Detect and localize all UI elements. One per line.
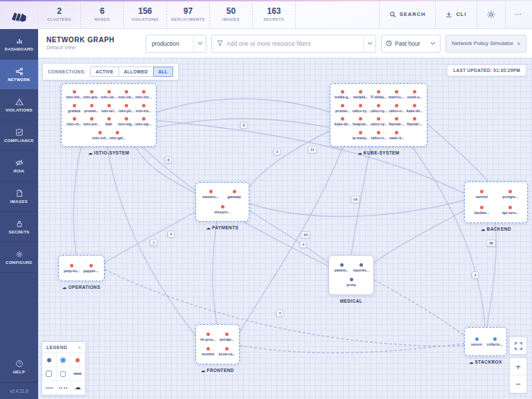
edge-connection-count[interactable]: 4: [300, 241, 307, 248]
deployment-node[interactable]: calico-n...: [370, 131, 388, 140]
deployment-node[interactable]: l7-defau...: [370, 90, 388, 99]
deployment-node[interactable]: istio-tel...: [100, 104, 118, 113]
deployment-node[interactable]: puppet-...: [82, 264, 101, 273]
edge-connection-count[interactable]: 54: [351, 196, 360, 203]
deployment-node[interactable]: istio-sei...: [100, 90, 118, 99]
cluster-select[interactable]: production: [145, 35, 206, 53]
deployment-node[interactable]: nvidia-g...: [334, 90, 352, 99]
edge-connection-count[interactable]: 4: [472, 272, 479, 278]
deployment-node[interactable]: collecto...: [486, 337, 504, 346]
deployment-node[interactable]: istio-init...: [66, 90, 83, 99]
namespace-operations[interactable]: jump-ho...puppet-...: [58, 255, 105, 281]
deployment-node[interactable]: tls-prox...: [199, 332, 218, 342]
zoom-out-button[interactable]: −: [510, 375, 526, 393]
time-range-select[interactable]: Past hour: [381, 35, 441, 53]
deployment-node[interactable]: kube-dn...: [334, 117, 352, 126]
network-graph-canvas[interactable]: CONNECTIONS: ACTIVEALLOWEDALL LAST UPDAT…: [38, 58, 532, 399]
header-stat-deployments[interactable]: 97DEPLOYMENTS: [167, 0, 210, 28]
namespace-medical[interactable]: patient...reportin...proxy: [328, 255, 374, 295]
deployment-node[interactable]: jump-ho...: [62, 264, 82, 273]
deployment-node[interactable]: static-k...: [388, 131, 406, 140]
more-menu-button[interactable]: ···: [505, 0, 532, 28]
namespace-istio-system[interactable]: istio-init...istio-gra...istio-sei...ist…: [61, 83, 157, 147]
deployment-node[interactable]: istio-tra...: [135, 104, 152, 113]
header-stat-nodes[interactable]: 6NODES: [81, 0, 124, 28]
header-stat-violations[interactable]: 156VIOLATIONS: [124, 0, 167, 28]
sidebar-item-images[interactable]: IMAGES: [0, 181, 38, 212]
deployment-node[interactable]: istio-pil...: [118, 104, 135, 113]
deployment-node[interactable]: istio-sid...: [91, 131, 109, 140]
deployment-node[interactable]: backen...: [468, 206, 496, 215]
edge-connection-count[interactable]: 0: [168, 231, 175, 238]
deployment-node[interactable]: api-serv...: [496, 206, 524, 215]
deployment-node[interactable]: calico-ty...: [352, 104, 370, 113]
deployment-node[interactable]: monitor: [199, 347, 218, 356]
namespace-payments[interactable]: masterc...gatewayvisa-pro...: [195, 182, 249, 222]
deployment-node[interactable]: heapste...: [352, 117, 370, 126]
deployment-node[interactable]: fluentd-...: [388, 117, 406, 126]
deployment-node[interactable]: kube-dn...: [406, 104, 424, 113]
sidebar-item-violations[interactable]: VIOLATIONS: [0, 90, 38, 121]
deployment-node[interactable]: fluentd-...: [406, 117, 424, 126]
sidebar-item-dashboard[interactable]: DASHBOARD: [0, 29, 38, 60]
deployment-node[interactable]: metada...: [352, 90, 370, 99]
namespace-backend[interactable]: varnishpostgre...backen...api-serv...: [464, 181, 528, 223]
edge-connection-count[interactable]: 4: [276, 310, 283, 317]
connections-mode-all[interactable]: ALL: [153, 66, 174, 77]
connections-mode-allowed[interactable]: ALLOWED: [118, 66, 154, 77]
namespace-frontend[interactable]: tls-prox...wordpr...monitorasset-ca...: [195, 324, 240, 364]
header-stat-images[interactable]: 50IMAGES: [210, 0, 253, 28]
deployment-node[interactable]: calico-ty...: [370, 117, 388, 126]
resource-filter-input[interactable]: Add one or more resource filters: [211, 35, 376, 53]
deployment-node[interactable]: gateway: [222, 190, 246, 199]
deployment-node[interactable]: proxy: [342, 278, 361, 287]
edge-connection-count[interactable]: 1: [150, 239, 157, 246]
edge-connection-count[interactable]: 11: [308, 146, 317, 153]
header-stat-secrets[interactable]: 163SECRETS: [253, 0, 296, 28]
close-icon[interactable]: ×: [78, 346, 81, 350]
deployment-node[interactable]: promet...: [334, 104, 352, 113]
theme-toggle-button[interactable]: [477, 0, 505, 28]
deployment-node[interactable]: istio-cit...: [66, 117, 83, 126]
deployment-node[interactable]: calico-n...: [388, 104, 406, 113]
network-policy-simulator-button[interactable]: Network Policy Simulator: [445, 35, 526, 53]
sidebar-item-secrets[interactable]: SECRETS: [0, 212, 38, 242]
deployment-node[interactable]: istio-gal...: [109, 131, 126, 140]
sidebar-item-network[interactable]: NETWORK: [0, 60, 38, 90]
deployment-node[interactable]: istio-gra...: [83, 90, 100, 99]
stackrox-logo[interactable]: [0, 0, 38, 28]
sidebar-item-compliance[interactable]: COMPLIANCE: [0, 121, 38, 151]
header-stat-clusters[interactable]: 2CLUSTERS: [38, 0, 81, 28]
deployment-node[interactable]: istio-pol...: [83, 117, 100, 126]
edge-connection-count[interactable]: 8: [165, 157, 172, 163]
deployment-node[interactable]: metrics-...: [388, 90, 406, 99]
deployment-node[interactable]: istio-init...: [135, 90, 152, 99]
deployment-node[interactable]: istio-ing...: [118, 117, 135, 126]
namespace-stackrox[interactable]: sensorcollecto...: [464, 327, 507, 356]
deployment-node[interactable]: event-e...: [406, 90, 424, 99]
sidebar-item-risk[interactable]: RISK: [0, 151, 38, 181]
sidebar-item-configure[interactable]: CONFIGURE: [0, 242, 38, 273]
edge-connection-count[interactable]: 3: [274, 148, 281, 155]
deployment-node[interactable]: sensor: [468, 337, 486, 346]
search-button[interactable]: SEARCH: [379, 0, 436, 28]
deployment-node[interactable]: masterc...: [199, 190, 222, 199]
deployment-node[interactable]: reportin...: [351, 263, 371, 272]
edge-connection-count[interactable]: 34: [301, 231, 310, 238]
deployment-node[interactable]: promet...: [83, 104, 100, 113]
deployment-node[interactable]: visa-pro...: [211, 205, 234, 214]
deployment-node[interactable]: patient...: [332, 263, 351, 272]
deployment-node[interactable]: asset-ca...: [218, 347, 236, 356]
deployment-node[interactable]: wordpr...: [218, 332, 236, 342]
deployment-node[interactable]: istio-cle...: [118, 90, 135, 99]
deployment-node[interactable]: kiali: [100, 117, 118, 126]
deployment-node[interactable]: varnish: [468, 190, 496, 199]
deployment-node[interactable]: calico-ty...: [370, 104, 388, 113]
sidebar-item-help[interactable]: HELP: [0, 352, 38, 382]
edge-connection-count[interactable]: 36: [486, 240, 495, 247]
deployment-node[interactable]: ip-masq...: [352, 131, 370, 140]
deployment-node[interactable]: istio-egr...: [135, 117, 152, 126]
fullscreen-button[interactable]: [509, 337, 527, 355]
namespace-kube-system[interactable]: nvidia-g...metada...l7-defau...metrics-.…: [330, 83, 427, 147]
deployment-node[interactable]: grafana: [66, 104, 83, 113]
